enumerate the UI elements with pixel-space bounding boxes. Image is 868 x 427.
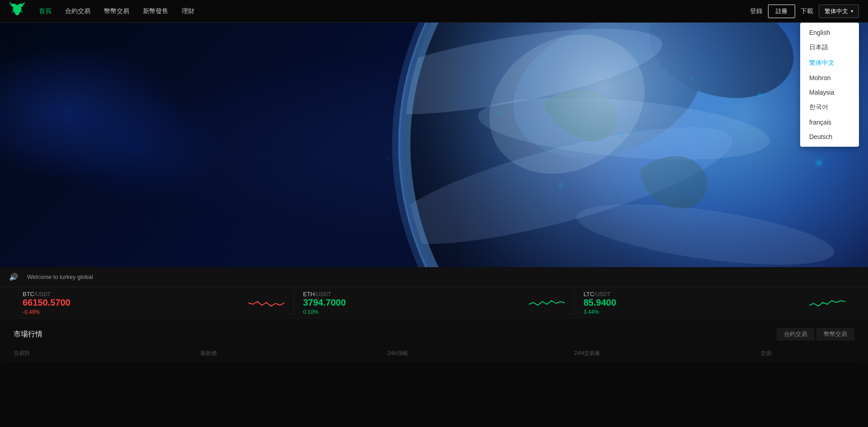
lang-option-english[interactable]: English [800,25,859,40]
register-button[interactable]: 註冊 [768,5,795,18]
ltc-pair: LTC/USDT [583,291,796,297]
market-title: 市場行情 [14,330,43,339]
ltc-chart [809,296,845,310]
lang-option-korean[interactable]: 한국어 [800,100,859,115]
col-change: 24H漲幅 [387,350,574,357]
lang-option-traditional-chinese[interactable]: 繁体中文 [800,55,859,71]
language-dropdown: English 日本語 繁体中文 Mohron Malaysia 한국어 fra… [800,23,859,147]
market-item-ltc: LTC/USDT 85.9400 3.44% [574,291,854,315]
market-item-btc: BTC/USDT 66150.5700 -0.49% [14,291,294,315]
chevron-down-icon: ▾ [851,9,853,14]
table-header: 交易對 最新價 24H漲幅 24H交易量 交易 [14,346,854,361]
logo[interactable] [9,2,25,20]
lang-option-french[interactable]: français [800,115,859,130]
tab-spot[interactable]: 幣幣交易 [816,328,854,341]
market-section: 市場行情 合約交易 幣幣交易 交易對 最新價 24H漲幅 24H交易量 交易 [0,319,868,361]
col-price: 最新價 [200,350,387,357]
btc-info: BTC/USDT 66150.5700 -0.49% [23,291,235,315]
btc-pair: BTC/USDT [23,291,235,297]
hero-section [0,23,868,267]
col-trade: 交易 [761,350,854,357]
ltc-price: 85.9400 [583,297,796,308]
svg-point-8 [404,23,868,267]
market-item-eth: ETH/USDT 3794.7000 0.10% [294,291,574,315]
market-tabs: 合約交易 幣幣交易 [777,328,854,341]
navbar-right: 登錄 註冊 下載 繁体中文 ▾ [750,5,859,18]
sound-icon[interactable]: 🔊 [9,273,18,281]
eth-chart [529,296,565,310]
nav-finance[interactable]: 理財 [182,5,194,17]
lang-option-german[interactable]: Deutsch [800,130,859,144]
nav-links: 首頁 合約交易 幣幣交易 新幣發售 理財 [39,5,750,17]
eth-info: ETH/USDT 3794.7000 0.10% [303,291,515,315]
market-strip: BTC/USDT 66150.5700 -0.49% ETH/USDT 3794… [0,287,868,319]
market-header: 市場行情 合約交易 幣幣交易 [14,328,854,341]
download-button[interactable]: 下載 [801,7,813,15]
lang-option-malaysia[interactable]: Malaysia [800,85,859,100]
nav-futures[interactable]: 合約交易 [65,5,90,17]
nav-ipo[interactable]: 新幣發售 [143,5,168,17]
eth-price: 3794.7000 [303,297,515,308]
tab-futures[interactable]: 合約交易 [777,328,815,341]
language-selector[interactable]: 繁体中文 ▾ [819,5,859,18]
nav-spot[interactable]: 幣幣交易 [104,5,129,17]
ticker-message: Welcome to turkey global [27,273,93,280]
eth-change: 0.10% [303,309,515,315]
current-language: 繁体中文 [825,7,848,15]
lang-option-japanese[interactable]: 日本語 [800,40,859,55]
login-button[interactable]: 登錄 [750,7,763,15]
col-volume: 24H交易量 [574,350,761,357]
btc-change: -0.49% [23,309,235,315]
lang-option-mohron[interactable]: Mohron [800,71,859,85]
btc-price: 66150.5700 [23,297,235,308]
nav-home[interactable]: 首頁 [39,5,52,17]
col-pair: 交易對 [14,350,200,357]
navbar: 首頁 合約交易 幣幣交易 新幣發售 理財 登錄 註冊 下載 繁体中文 ▾ [0,0,868,23]
eth-pair: ETH/USDT [303,291,515,297]
ltc-change: 3.44% [583,309,796,315]
ltc-info: LTC/USDT 85.9400 3.44% [583,291,796,315]
ticker-bar: 🔊 Welcome to turkey global [0,267,868,287]
btc-chart [248,296,285,310]
